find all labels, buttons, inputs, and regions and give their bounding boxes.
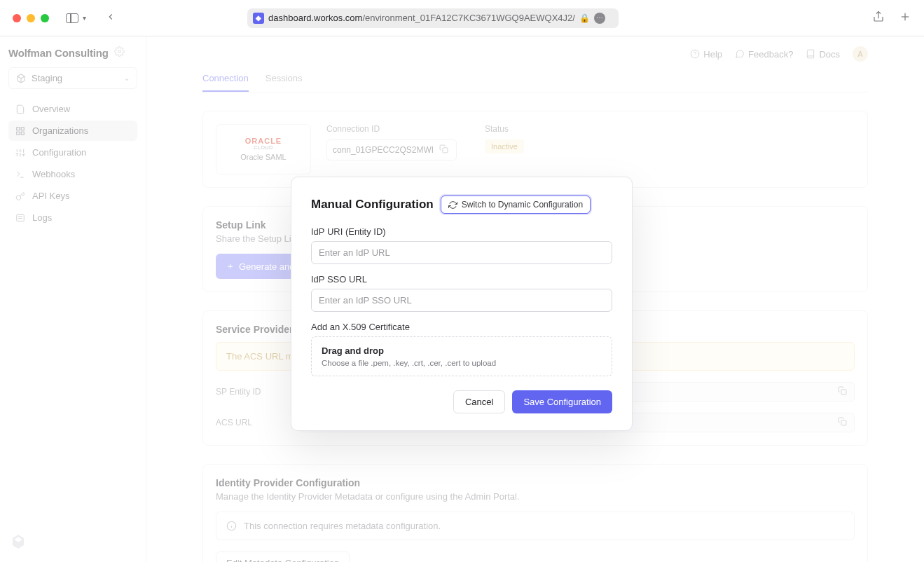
browser-chrome: ▾ ◆ dashboard.workos.com/environment_01F… (0, 0, 924, 36)
sidebar: Wolfman Consulting Staging ⌄ Overview Or… (0, 36, 146, 562)
chevron-down-icon[interactable]: ▾ (83, 14, 86, 22)
idp-title: Identity Provider Configuration (216, 477, 855, 488)
sidebar-item-api-keys[interactable]: API Keys (8, 186, 137, 206)
window-close-icon[interactable] (13, 14, 21, 22)
help-link[interactable]: Help (690, 49, 722, 60)
svg-rect-5 (17, 127, 20, 130)
sidebar-item-configuration[interactable]: Configuration (8, 142, 137, 163)
status-badge: Inactive (485, 139, 524, 153)
feedback-link[interactable]: Feedback? (735, 49, 793, 60)
site-menu-icon[interactable]: ⋯ (594, 13, 605, 24)
cert-label: Add an X.509 Certificate (311, 322, 612, 332)
copy-icon[interactable] (838, 386, 847, 397)
info-icon (226, 521, 237, 531)
new-tab-icon[interactable] (899, 11, 911, 25)
svg-rect-8 (17, 132, 20, 135)
sidebar-item-webhooks[interactable]: Webhooks (8, 164, 137, 184)
svg-rect-7 (21, 132, 24, 135)
url-bar[interactable]: ◆ dashboard.workos.com/environment_01FA1… (247, 8, 619, 28)
window-minimize-icon[interactable] (27, 14, 35, 22)
chevron-down-icon: ⌄ (124, 74, 130, 82)
share-icon[interactable] (872, 11, 885, 25)
acs-url-label: ACS URL (216, 418, 286, 427)
cancel-button[interactable]: Cancel (453, 390, 505, 413)
refresh-icon (448, 200, 457, 210)
sidebar-item-overview[interactable]: Overview (8, 99, 137, 119)
workos-logo-icon (10, 533, 27, 552)
plus-icon: ＋ (226, 260, 235, 273)
sidebar-toggle-icon[interactable] (66, 13, 78, 23)
sidebar-item-label: Configuration (32, 147, 86, 158)
idp-uri-label: IdP URI (Entity ID) (311, 226, 612, 237)
svg-rect-6 (21, 127, 24, 130)
idp-subtitle: Manage the Identity Provider Metadata or… (216, 491, 855, 502)
sidebar-item-label: API Keys (32, 191, 69, 201)
switch-dynamic-button[interactable]: Switch to Dynamic Configuration (441, 196, 591, 214)
tab-sessions[interactable]: Sessions (266, 73, 303, 92)
gear-icon[interactable] (114, 46, 125, 59)
svg-rect-26 (841, 420, 846, 425)
svg-point-3 (118, 50, 120, 53)
sidebar-item-label: Organizations (32, 125, 88, 136)
avatar[interactable]: A (853, 46, 868, 62)
tabs: Connection Sessions (202, 73, 868, 92)
edit-metadata-button[interactable]: Edit Metadata Configuration (216, 551, 350, 562)
window-traffic-lights (13, 14, 49, 22)
connection-id-label: Connection ID (326, 124, 457, 134)
connection-id-value[interactable]: conn_01GPECC2QS2MWI (326, 139, 457, 160)
dropzone-title: Drag and drop (322, 345, 602, 356)
tab-connection[interactable]: Connection (202, 73, 249, 92)
org-name: Wolfman Consulting (8, 47, 109, 59)
manual-configuration-modal: Manual Configuration Switch to Dynamic C… (291, 177, 633, 431)
url-text: dashboard.workos.com/environment_01FA12C… (268, 13, 575, 23)
sidebar-item-label: Webhooks (32, 169, 75, 179)
idp-info: This connection requires metadata config… (216, 512, 855, 540)
save-button[interactable]: Save Configuration (512, 390, 612, 413)
lock-icon: 🔒 (579, 13, 590, 23)
window-zoom-icon[interactable] (41, 14, 49, 22)
provider-tile: ORACLE CLOUD Oracle SAML (216, 124, 311, 174)
copy-icon[interactable] (838, 417, 847, 428)
copy-icon[interactable] (439, 144, 448, 156)
status-label: Status (485, 124, 524, 134)
dropzone-subtitle: Choose a file .pem, .key, .crt, .cer, .c… (322, 359, 602, 367)
sp-entity-id-label: SP Entity ID (216, 387, 286, 397)
sidebar-item-organizations[interactable]: Organizations (8, 121, 137, 141)
idp-sso-input[interactable] (311, 289, 612, 312)
docs-link[interactable]: Docs (806, 49, 840, 60)
provider-name: Oracle SAML (240, 153, 286, 161)
back-button[interactable] (106, 12, 116, 24)
svg-rect-24 (443, 148, 448, 153)
svg-point-22 (691, 50, 699, 58)
identity-provider-card: Identity Provider Configuration Manage t… (202, 464, 868, 562)
environment-selector[interactable]: Staging ⌄ (8, 67, 137, 89)
idp-sso-label: IdP SSO URL (311, 274, 612, 285)
sidebar-item-label: Overview (32, 104, 70, 114)
modal-title: Manual Configuration (311, 198, 434, 212)
svg-rect-25 (841, 390, 846, 395)
site-favicon-icon: ◆ (253, 13, 264, 24)
cube-icon (16, 74, 26, 83)
oracle-logo-icon: ORACLE (245, 137, 282, 145)
idp-uri-input[interactable] (311, 241, 612, 264)
svg-rect-19 (17, 214, 25, 221)
environment-label: Staging (32, 73, 118, 83)
cert-dropzone[interactable]: Drag and drop Choose a file .pem, .key, … (311, 336, 612, 376)
sidebar-item-logs[interactable]: Logs (8, 207, 137, 228)
sidebar-item-label: Logs (32, 212, 52, 223)
